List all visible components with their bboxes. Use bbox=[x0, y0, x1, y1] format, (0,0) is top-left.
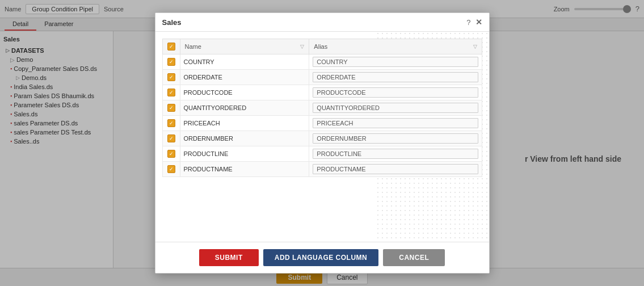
row-checkbox-2[interactable]: ✓ bbox=[167, 89, 175, 96]
alias-input-3[interactable] bbox=[313, 103, 478, 113]
dialog-help-icon[interactable]: ? bbox=[466, 18, 470, 27]
row-checkbox-cell: ✓ bbox=[162, 146, 180, 162]
row-checkbox-cell: ✓ bbox=[162, 116, 180, 131]
alias-input-5[interactable] bbox=[313, 133, 478, 144]
row-name: QUANTITYORDERED bbox=[180, 100, 309, 116]
dialog-body: ✓ Name ▽ Alias ▽ bbox=[155, 32, 489, 242]
row-alias-cell bbox=[309, 100, 482, 116]
table-row: ✓QUANTITYORDERED bbox=[162, 100, 482, 116]
data-table: ✓ Name ▽ Alias ▽ bbox=[162, 39, 482, 177]
row-checkbox-cell: ✓ bbox=[162, 162, 180, 177]
row-checkbox-5[interactable]: ✓ bbox=[167, 134, 175, 142]
table-row: ✓ORDERDATE bbox=[162, 70, 482, 85]
row-checkbox-cell: ✓ bbox=[162, 54, 180, 70]
sales-dialog: Sales ? ✕ ✓ Name ▽ bbox=[155, 12, 490, 274]
add-language-button[interactable]: ADD LANGUAGE COLUMN bbox=[263, 249, 379, 266]
alias-input-0[interactable] bbox=[313, 57, 478, 67]
row-alias-cell bbox=[309, 116, 482, 131]
row-checkbox-0[interactable]: ✓ bbox=[167, 58, 175, 66]
name-sort-icon[interactable]: ▽ bbox=[300, 44, 304, 49]
col-name-header: Name ▽ bbox=[180, 39, 309, 54]
row-name: ORDERNUMBER bbox=[180, 131, 309, 146]
alias-col-label: Alias bbox=[314, 43, 327, 50]
modal-overlay: Sales ? ✕ ✓ Name ▽ bbox=[0, 0, 644, 286]
row-name: PRICEEACH bbox=[180, 116, 309, 131]
row-checkbox-3[interactable]: ✓ bbox=[167, 104, 175, 112]
dialog-footer: SUBMIT ADD LANGUAGE COLUMN CANCEL bbox=[155, 242, 489, 273]
row-name: PRODUCTNAME bbox=[180, 162, 309, 177]
row-checkbox-cell: ✓ bbox=[162, 85, 180, 100]
row-checkbox-cell: ✓ bbox=[162, 131, 180, 146]
dialog-close-icon[interactable]: ✕ bbox=[475, 18, 482, 27]
row-name: ORDERDATE bbox=[180, 70, 309, 85]
row-checkbox-4[interactable]: ✓ bbox=[167, 119, 175, 127]
row-checkbox-cell: ✓ bbox=[162, 100, 180, 116]
row-checkbox-1[interactable]: ✓ bbox=[167, 73, 175, 81]
alias-sort-icon[interactable]: ▽ bbox=[473, 44, 477, 49]
row-alias-cell bbox=[309, 85, 482, 100]
row-alias-cell bbox=[309, 162, 482, 177]
dialog-header-icons: ? ✕ bbox=[466, 18, 482, 27]
dialog-header: Sales ? ✕ bbox=[155, 13, 489, 32]
row-name: PRODUCTCODE bbox=[180, 85, 309, 100]
table-row: ✓ORDERNUMBER bbox=[162, 131, 482, 146]
col-check-header: ✓ bbox=[162, 39, 180, 54]
col-alias-header: Alias ▽ bbox=[309, 39, 482, 54]
dialog-title: Sales bbox=[162, 18, 182, 27]
submit-button[interactable]: SUBMIT bbox=[199, 249, 259, 266]
table-row: ✓PRICEEACH bbox=[162, 116, 482, 131]
alias-input-1[interactable] bbox=[313, 72, 478, 82]
cancel-button[interactable]: CANCEL bbox=[383, 249, 445, 266]
alias-input-2[interactable] bbox=[313, 87, 478, 98]
alias-input-7[interactable] bbox=[313, 164, 478, 174]
alias-input-4[interactable] bbox=[313, 118, 478, 128]
name-col-label: Name bbox=[185, 43, 201, 50]
table-row: ✓PRODUCTCODE bbox=[162, 85, 482, 100]
row-alias-cell bbox=[309, 54, 482, 70]
row-name: COUNTRY bbox=[180, 54, 309, 70]
row-alias-cell bbox=[309, 131, 482, 146]
table-row: ✓PRODUCTNAME bbox=[162, 162, 482, 177]
alias-input-6[interactable] bbox=[313, 149, 478, 159]
row-checkbox-6[interactable]: ✓ bbox=[167, 150, 175, 158]
row-alias-cell bbox=[309, 146, 482, 162]
table-row: ✓PRODUCTLINE bbox=[162, 146, 482, 162]
header-checkbox[interactable]: ✓ bbox=[167, 43, 175, 51]
row-checkbox-7[interactable]: ✓ bbox=[167, 165, 175, 173]
row-name: PRODUCTLINE bbox=[180, 146, 309, 162]
row-alias-cell bbox=[309, 70, 482, 85]
row-checkbox-cell: ✓ bbox=[162, 70, 180, 85]
table-row: ✓COUNTRY bbox=[162, 54, 482, 70]
